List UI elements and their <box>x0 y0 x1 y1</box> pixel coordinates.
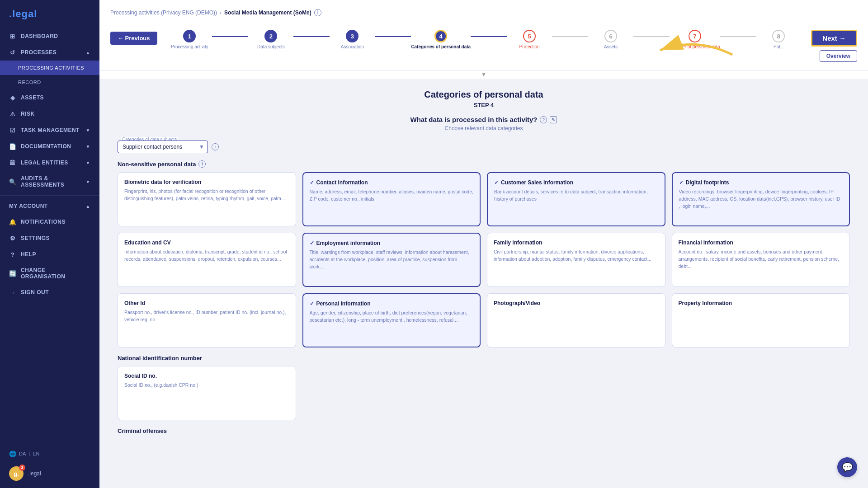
step-3: 3 Association <box>330 30 375 49</box>
steps-container: 1 Processing activity 2 Data subjects 3 … <box>157 30 811 49</box>
card-financial[interactable]: Financial InformationAccount no., salary… <box>672 233 850 287</box>
breadcrumb: Processing activities (Privacy ENG (DEMO… <box>110 9 321 16</box>
breadcrumb-parent[interactable]: Processing activities (Privacy ENG (DEMO… <box>110 9 217 16</box>
chevron-up-icon2: ▲ <box>86 204 90 209</box>
sidebar-item-record[interactable]: RECORD <box>0 75 99 89</box>
step-circle-8[interactable]: 8 <box>772 30 785 42</box>
step-label-7: Transfer of personal data <box>670 44 720 49</box>
next-button[interactable]: Next → <box>811 30 857 47</box>
prev-button-area: ← Previous <box>110 30 157 45</box>
overview-button[interactable]: Overview <box>820 50 857 62</box>
audits-icon: 🔍 <box>9 178 16 185</box>
card-title-customer-sales: ✓ Customer Sales information <box>494 179 658 186</box>
card-property[interactable]: Property Information <box>672 293 850 347</box>
user-avatar-area[interactable]: g. 3 .legal <box>0 463 99 488</box>
card-title-biometric: Biometric data for verification <box>124 179 289 185</box>
filter-info-icon[interactable]: i <box>212 143 219 150</box>
filter-row: Categories of data subjects Supplier con… <box>118 141 850 153</box>
sidebar-item-my-account[interactable]: MY ACCOUNT ▲ <box>0 198 99 214</box>
card-employment[interactable]: ✓ Employment informationTitle, warnings … <box>302 233 481 287</box>
card-desc-social-id: Social ID no., (e.g.danish CPR no.) <box>124 382 289 389</box>
card-title-personal: ✓ Personal information <box>310 300 474 307</box>
breadcrumb-current: Social Media Management (SoMe) <box>224 9 311 16</box>
step-circle-7[interactable]: 7 <box>689 30 701 42</box>
step-line-1-2 <box>212 36 248 37</box>
sidebar-item-risk[interactable]: ⚠ RISK <box>0 106 99 122</box>
step-5: 5 Protection <box>507 30 552 49</box>
card-social-id[interactable]: Social ID no.Social ID no., (e.g.danish … <box>118 366 296 420</box>
card-customer-sales[interactable]: ✓ Customer Sales informationBank account… <box>487 172 665 226</box>
step-circle-1[interactable]: 1 <box>183 30 196 42</box>
card-digital-footprints[interactable]: ✓ Digital footprintsVideo recordings, br… <box>672 172 850 226</box>
checkmark-icon: ✓ <box>494 179 499 186</box>
card-photograph[interactable]: Photograph/Video <box>487 293 665 347</box>
card-education[interactable]: Education and CVInformation about educat… <box>118 233 296 287</box>
national-id-cards: Social ID no.Social ID no., (e.g.danish … <box>118 366 850 420</box>
step-line-6-7 <box>633 36 670 37</box>
step-circle-4[interactable]: 4 <box>434 30 447 42</box>
categories-select[interactable]: Supplier contact persons <box>118 141 208 153</box>
risk-icon: ⚠ <box>9 110 16 117</box>
sidebar-item-help[interactable]: ? HELP <box>0 246 99 263</box>
card-title-education: Education and CV <box>124 239 289 246</box>
sidebar-item-assets[interactable]: ◈ ASSETS <box>0 89 99 106</box>
card-title-contact: ✓ Contact information <box>310 179 474 186</box>
step-circle-2[interactable]: 2 <box>264 30 277 42</box>
notifications-icon: 🔔 <box>9 218 16 225</box>
sidebar-item-documentation[interactable]: 📄 DOCUMENTATION ▼ <box>0 138 99 155</box>
checkmark-icon: ✓ <box>679 179 684 186</box>
settings-icon: ⚙ <box>9 235 16 242</box>
info-icon[interactable]: i <box>314 9 321 16</box>
card-desc-customer-sales: Bank account details, services re.to dat… <box>494 188 658 203</box>
card-title-digital-footprints: ✓ Digital footprints <box>679 179 843 186</box>
sidebar-item-processing-activities[interactable]: PROCESSING ACTIVITIES <box>0 61 99 75</box>
app-logo: .legal <box>0 0 99 28</box>
question-edit-icon[interactable]: ✎ <box>550 116 557 123</box>
card-desc-employment: Title, warnings from workplace, staff re… <box>310 249 474 270</box>
chevron-down-icon: ▼ <box>86 128 90 133</box>
content-area: Categories of personal data STEP 4 What … <box>99 79 868 488</box>
national-id-title: National identification number <box>118 355 850 361</box>
card-desc-biometric: Fingerprint, iris, photos (for facial re… <box>124 188 289 202</box>
question-info-icon[interactable]: ? <box>540 116 547 123</box>
step-1: 1 Processing activity <box>167 30 212 49</box>
select-wrapper: Supplier contact persons ▼ <box>118 141 208 153</box>
card-family[interactable]: Family informationCivil partnership, mar… <box>487 233 665 287</box>
step-circle-3[interactable]: 3 <box>346 30 359 42</box>
step-line-4-5 <box>471 36 507 37</box>
sidebar-item-sign-out[interactable]: → SIGN OUT <box>0 284 99 300</box>
sidebar-item-settings[interactable]: ⚙ SETTINGS <box>0 230 99 246</box>
sidebar-item-notifications[interactable]: 🔔 NOTIFICATIONS <box>0 214 99 230</box>
card-personal[interactable]: ✓ Personal informationAge, gender, citiz… <box>302 293 481 347</box>
assets-icon: ◈ <box>9 94 16 101</box>
step-label-3: Association <box>341 44 364 49</box>
chat-bubble[interactable]: 💬 <box>837 457 857 477</box>
sidebar-item-dashboard[interactable]: ⊞ DASHBOARD <box>0 28 99 44</box>
card-other-id[interactable]: Other IdPassport no., driver's license n… <box>118 293 296 347</box>
non-sensitive-cards-row1: Biometric data for verificationFingerpri… <box>118 172 850 226</box>
step-circle-6[interactable]: 6 <box>604 30 617 42</box>
sidebar-item-legal-entities[interactable]: 🏛 LEGAL ENTITIES ▼ <box>0 155 99 171</box>
card-desc-other-id: Passport no., driver's license no., ID n… <box>124 309 289 324</box>
card-biometric[interactable]: Biometric data for verificationFingerpri… <box>118 172 296 226</box>
card-title-other-id: Other Id <box>124 300 289 306</box>
step-line-3-4 <box>375 36 411 37</box>
sidebar-item-task-management[interactable]: ☑ TASK MANAGEMENT ▼ <box>0 122 99 138</box>
card-contact[interactable]: ✓ Contact informationName, address, emai… <box>302 172 481 226</box>
sidebar-item-audits[interactable]: 🔍 AUDITS & ASSESSMENTS ▼ <box>0 171 99 192</box>
sidebar-item-change-org[interactable]: 🔄 CHANGE ORGANISATION <box>0 263 99 284</box>
step-label-2: Data subjects <box>257 44 285 49</box>
card-desc-contact: Name, address, email, telephone number, … <box>310 188 474 203</box>
card-title-social-id: Social ID no. <box>124 373 289 379</box>
step-circle-5[interactable]: 5 <box>523 30 536 42</box>
step-indicator: STEP 4 <box>118 102 850 108</box>
collapse-arrow[interactable]: ▼ <box>99 70 868 79</box>
sidebar-item-processes[interactable]: ↺ PROCESSES ▲ <box>0 44 99 61</box>
notification-badge: 3 <box>19 465 25 471</box>
non-sensitive-info-icon[interactable]: i <box>198 160 206 168</box>
globe-icon: 🌐 <box>9 450 16 457</box>
prev-button[interactable]: ← Previous <box>110 32 157 45</box>
language-selector[interactable]: 🌐 DA | EN <box>0 445 99 463</box>
step-2: 2 Data subjects <box>248 30 293 49</box>
non-sensitive-cards-row2: Education and CVInformation about educat… <box>118 233 850 287</box>
